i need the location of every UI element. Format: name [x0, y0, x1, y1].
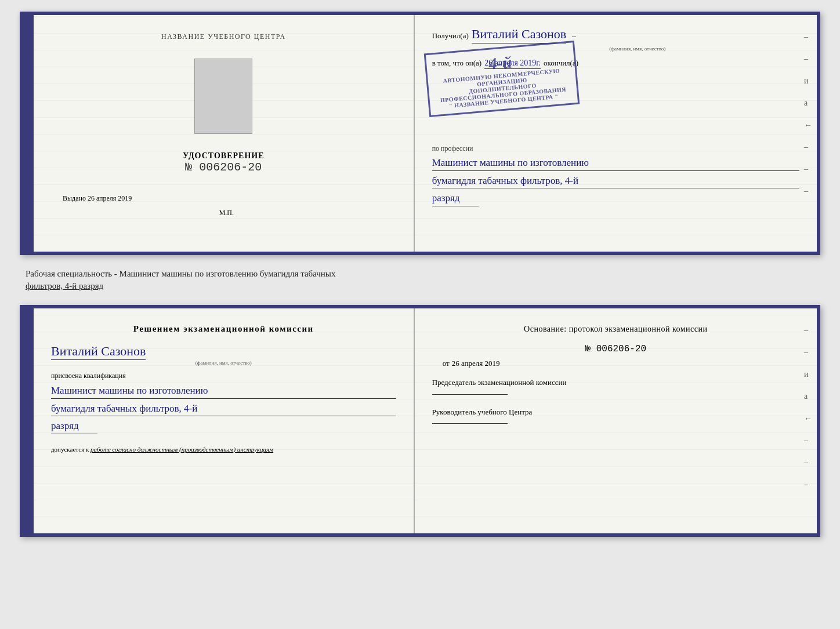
top-right-panel: Получил(а) Виталий Сазонов – (фамилия, и… [415, 15, 817, 252]
rukov-label: Руководитель учебного Центра [432, 406, 799, 418]
dash-5: – [804, 187, 812, 196]
b-dash-arrow: ← [804, 414, 812, 423]
vydano-label: Выдано [63, 194, 86, 202]
protocol-number: № 006206-20 [432, 344, 799, 354]
prisvoena-line: присвоена квалификация [51, 372, 396, 380]
predsedatel-signature-line [432, 394, 508, 395]
stamp-overlay: 4-й АВТОНОМНУЮ НЕКОММЕРЧЕСКУЮ ОРГАНИЗАЦИ… [423, 41, 580, 117]
center-title-top: НАЗВАНИЕ УЧЕБНОГО ЦЕНТРА [161, 32, 286, 41]
qual-line2: бумагидля табачных фильтров, 4-й [51, 401, 396, 417]
vydano-line: Выдано 26 апреля 2019 [51, 194, 396, 203]
udostoverenie-title: УДОСТОВЕРЕНИЕ [183, 151, 264, 161]
stamp-big-text: 4-й [488, 53, 513, 73]
vydano-date: 26 апреля 2019 [88, 194, 132, 202]
bottom-right-panel: Основание: протокол экзаменационной коми… [415, 308, 817, 533]
b-dash-3: – [804, 436, 812, 445]
right-edge-dashes-top: – – и а ← – – – [804, 32, 812, 196]
photo-placeholder [194, 59, 252, 134]
top-certificate: НАЗВАНИЕ УЧЕБНОГО ЦЕНТРА УДОСТОВЕРЕНИЕ №… [20, 12, 820, 255]
komissia-title: Решением экзаменационной комиссии [51, 323, 396, 335]
top-left-panel: НАЗВАНИЕ УЧЕБНОГО ЦЕНТРА УДОСТОВЕРЕНИЕ №… [34, 15, 415, 252]
dash-arrow: ← [804, 121, 812, 130]
mp-line: М.П. [213, 209, 234, 217]
dash-4: – [804, 165, 812, 174]
poluchil-dash: – [572, 31, 576, 41]
dopuskaetsya-prefix: допускается к [51, 446, 89, 453]
profession-line3: разряд [432, 191, 479, 206]
qual-line3: разряд [51, 419, 97, 434]
middle-text-underline: фильтров, 4-й разряд [26, 281, 103, 290]
ot-line: от 26 апреля 2019 [443, 359, 799, 368]
b-dash-1: – [804, 326, 812, 335]
b-dash-a: а [804, 392, 812, 401]
poluchil-prefix: Получил(а) [432, 31, 469, 41]
udostoverenie-number: № 006206-20 [185, 161, 262, 174]
recipient-name: Виталий Сазонов [472, 27, 566, 43]
profession-line1: Машинист машины по изготовлению [432, 155, 799, 171]
b-dash-4: – [804, 458, 812, 467]
dash-1: – [804, 32, 812, 42]
ot-date: 26 апреля 2019 [452, 359, 500, 368]
udostoverenie-block: УДОСТОВЕРЕНИЕ № 006206-20 [183, 151, 264, 174]
dash-a: а [804, 99, 812, 108]
bottom-name-sublabel: (фамилия, имя, отчество) [51, 360, 396, 366]
dopuskaetsya-line: допускается к работе согласно должностны… [51, 446, 396, 453]
profession-line2: бумагидля табачных фильтров, 4-й [432, 173, 799, 189]
middle-text-main: Рабочая специальность - Машинист машины … [26, 269, 335, 278]
bottom-name: Виталий Сазонов [51, 344, 146, 360]
dash-3: – [804, 143, 812, 152]
bottom-left-panel: Решением экзаменационной комиссии Витали… [34, 308, 415, 533]
ot-prefix: от [443, 359, 450, 368]
b-dash-5: – [804, 480, 812, 489]
right-edge-dashes-bottom: – – и а ← – – – [804, 326, 812, 489]
dopuskaetsya-text: работе согласно должностным (производств… [90, 446, 273, 453]
bottom-name-sublabel-wrap: (фамилия, имя, отчество) [51, 360, 396, 366]
poluchil-line: Получил(а) Виталий Сазонов – [432, 27, 799, 43]
rukov-signature-line [432, 423, 508, 424]
dash-2: – [804, 54, 812, 64]
top-spine [23, 15, 34, 252]
bottom-certificate: Решением экзаменационной комиссии Витали… [20, 305, 820, 537]
qual-line1: Машинист машины по изготовлению [51, 383, 396, 399]
profess-prefix: по профессии [432, 144, 799, 153]
middle-text-container: Рабочая специальность - Машинист машины … [20, 266, 820, 294]
b-dash-2: – [804, 348, 812, 357]
dash-i: и [804, 77, 812, 86]
b-dash-i: и [804, 370, 812, 379]
bottom-spine [23, 308, 34, 533]
predsedatel-label: Председатель экзаменационной комиссии [432, 377, 799, 388]
osnov-title: Основание: протокол экзаменационной коми… [432, 323, 799, 335]
